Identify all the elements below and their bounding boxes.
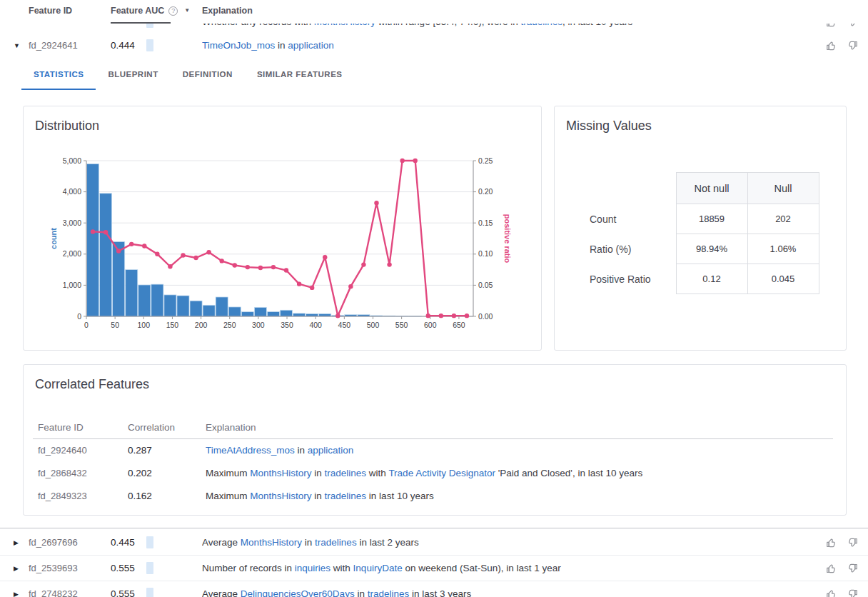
svg-text:0.15: 0.15 <box>478 219 493 227</box>
feature-link[interactable]: inquiries <box>295 563 330 573</box>
missing-values-table: Not null Null Count 18859 202 Ratio (%) … <box>590 172 819 294</box>
table-row[interactable]: ▶ fd_2539693 0.555 Number of records in … <box>0 556 868 581</box>
svg-text:0.10: 0.10 <box>478 249 493 258</box>
positive-ratio-not-null: 0.12 <box>676 264 747 294</box>
thumbs-up-icon[interactable] <box>826 588 837 597</box>
feature-explanation: TimeOnJob_mos in application <box>202 33 700 59</box>
table-row[interactable]: ▶ fd_2697696 0.445 Average MonthsHistory… <box>0 530 868 556</box>
svg-text:0.20: 0.20 <box>478 187 493 196</box>
feature-link[interactable]: TimeAtAddress_mos <box>206 445 295 456</box>
svg-text:positive ratio: positive ratio <box>503 214 512 264</box>
svg-text:1,000: 1,000 <box>63 281 81 289</box>
col-header-not-null: Not null <box>676 173 747 204</box>
explanation-text: in <box>312 491 325 501</box>
svg-text:0.25: 0.25 <box>478 156 493 165</box>
correlated-feature-row[interactable]: fd_2924640 0.287 TimeAtAddress_mos in ap… <box>33 439 833 462</box>
feature-link[interactable]: tradelines <box>315 537 357 548</box>
collapse-caret-icon[interactable]: ▼ <box>14 33 20 59</box>
feature-id: fd_2924641 <box>29 33 78 59</box>
tab-definition[interactable]: DEFINITION <box>171 60 245 90</box>
auc-bar-chip <box>146 536 153 548</box>
column-header-explanation: Explanation <box>206 422 256 433</box>
feature-id: fd_2697696 <box>29 530 78 556</box>
feature-explanation: Maximum MonthsHistory in tradelines with… <box>206 462 642 485</box>
svg-text:100: 100 <box>138 321 151 329</box>
feature-id: fd_2539693 <box>29 556 78 581</box>
svg-text:count: count <box>49 228 58 249</box>
correlation-value: 0.202 <box>128 462 152 485</box>
feature-explorer-page: Whether any records with MonthsHistory w… <box>0 0 868 597</box>
positive-ratio-null: 0.045 <box>747 264 819 294</box>
feature-link[interactable]: MonthsHistory <box>241 537 302 548</box>
section-divider <box>0 528 868 528</box>
explanation-text: Average <box>202 588 241 597</box>
feature-auc-value: 0.444 <box>111 33 135 59</box>
feature-link[interactable]: Trade Activity Designator <box>388 468 495 478</box>
svg-text:400: 400 <box>309 321 322 329</box>
correlated-features-table: Feature ID Correlation Explanation fd_29… <box>33 419 833 508</box>
expand-caret-icon[interactable]: ▶ <box>14 530 19 556</box>
explanation-text: in <box>355 588 368 597</box>
svg-text:600: 600 <box>424 321 437 329</box>
card-title-correlated-features: Correlated Features <box>35 377 149 392</box>
ratio-null: 1.06% <box>747 234 819 264</box>
tab-statistics[interactable]: STATISTICS <box>21 60 96 90</box>
explanation-text: 'Paid and Closed', in last 10 years <box>495 468 642 478</box>
expand-caret-icon[interactable]: ▶ <box>14 556 19 581</box>
explanation-text: in last 10 years <box>366 491 434 501</box>
feature-explanation: TimeAtAddress_mos in application <box>206 439 353 462</box>
thumbs-up-icon[interactable] <box>826 563 837 574</box>
feature-link[interactable]: tradelines <box>368 588 410 597</box>
column-header-correlation: Correlation <box>128 422 175 433</box>
explanation-text: Maximum <box>206 468 250 478</box>
feature-auc-value: 0.445 <box>111 530 135 556</box>
feature-link[interactable]: MonthsHistory <box>250 491 311 501</box>
feature-link[interactable]: InquiryDate <box>353 563 403 573</box>
tab-similar-features[interactable]: SIMILAR FEATURES <box>245 60 355 90</box>
column-header-feature-auc[interactable]: Feature AUC?▼ <box>111 6 190 16</box>
thumbs-down-icon[interactable] <box>847 40 858 51</box>
feature-link[interactable]: tradelines <box>325 491 367 501</box>
feature-table-top: Whether any records with MonthsHistory w… <box>0 0 868 59</box>
help-icon[interactable]: ? <box>168 6 178 16</box>
thumbs-up-icon[interactable] <box>826 537 837 548</box>
feature-link[interactable]: application <box>308 445 354 456</box>
feature-id: fd_2924640 <box>38 439 87 462</box>
correlation-value: 0.287 <box>128 439 152 462</box>
explanation-text: in <box>312 468 325 478</box>
sort-caret-icon[interactable]: ▼ <box>184 7 190 14</box>
svg-text:450: 450 <box>338 321 351 329</box>
explanation-text: in <box>295 445 308 456</box>
svg-text:0.00: 0.00 <box>478 312 493 321</box>
card-title-missing-values: Missing Values <box>566 119 652 134</box>
feature-link[interactable]: TimeOnJob_mos <box>202 40 275 51</box>
feature-link[interactable]: MonthsHistory <box>250 468 311 478</box>
column-header-feature-id: Feature ID <box>29 6 72 16</box>
distribution-card: Distribution 01,0002,0003,0004,0005,0000… <box>23 106 542 351</box>
card-title-distribution: Distribution <box>35 119 99 134</box>
explanation-text: in last 2 years <box>357 537 419 548</box>
correlated-features-card: Correlated Features Feature ID Correlati… <box>23 364 847 516</box>
table-row[interactable]: ▶ fd_2748232 0.555 Average Delinquencies… <box>0 581 868 597</box>
thumbs-down-icon[interactable] <box>847 563 858 574</box>
svg-text:50: 50 <box>111 321 119 329</box>
svg-text:350: 350 <box>281 321 293 329</box>
svg-text:0.05: 0.05 <box>478 281 493 289</box>
column-header-feature-id: Feature ID <box>38 422 84 433</box>
tab-blueprint[interactable]: BLUEPRINT <box>96 60 170 90</box>
correlated-feature-row[interactable]: fd_2868432 0.202 Maximum MonthsHistory i… <box>33 462 833 485</box>
feature-link[interactable]: tradelines <box>325 468 367 478</box>
thumbs-down-icon[interactable] <box>847 588 858 597</box>
feature-link[interactable]: DelinquenciesOver60Days <box>241 588 355 597</box>
explanation-text: in last 3 years <box>409 588 471 597</box>
svg-text:550: 550 <box>395 321 408 329</box>
expand-caret-icon[interactable]: ▶ <box>14 581 19 597</box>
feedback-buttons <box>826 588 858 597</box>
distribution-chart: 01,0002,0003,0004,0005,0000.000.050.100.… <box>48 151 512 338</box>
thumbs-up-icon[interactable] <box>826 40 837 51</box>
thumbs-down-icon[interactable] <box>847 537 858 548</box>
correlated-feature-row[interactable]: fd_2849323 0.162 Maximum MonthsHistory i… <box>33 485 833 508</box>
feature-link[interactable]: application <box>288 40 334 51</box>
table-row-expanded[interactable]: ▼ fd_2924641 0.444 TimeOnJob_mos in appl… <box>0 33 868 59</box>
explanation-text: Number of records in <box>202 563 295 573</box>
